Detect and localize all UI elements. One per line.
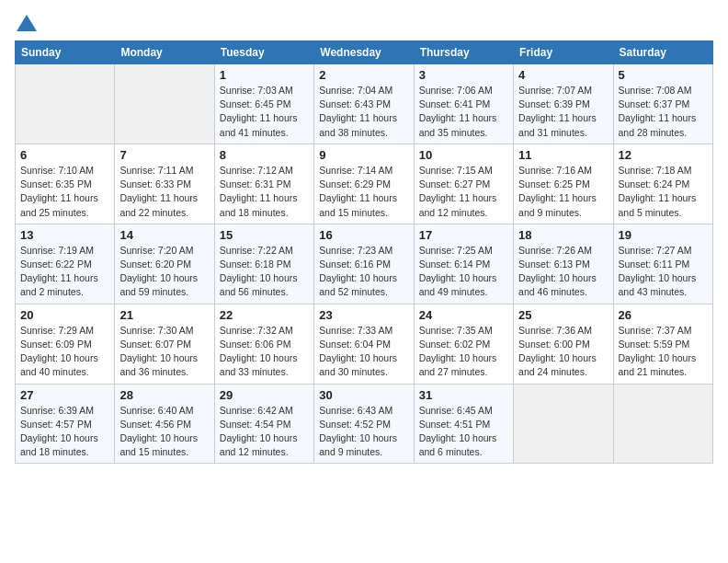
weekday-header: Monday [115,41,214,64]
day-info: Sunrise: 7:12 AM Sunset: 6:31 PM Dayligh… [220,164,309,220]
day-info: Sunrise: 7:03 AM Sunset: 6:45 PM Dayligh… [220,84,309,140]
day-number: 5 [619,68,708,82]
calendar-day-cell: 6Sunrise: 7:10 AM Sunset: 6:35 PM Daylig… [16,144,115,224]
calendar-day-cell [613,384,712,464]
calendar-day-cell: 3Sunrise: 7:06 AM Sunset: 6:41 PM Daylig… [414,64,513,144]
day-number: 1 [220,68,309,82]
day-info: Sunrise: 7:04 AM Sunset: 6:43 PM Dayligh… [319,84,408,140]
calendar-day-cell: 16Sunrise: 7:23 AM Sunset: 6:16 PM Dayli… [314,224,414,304]
day-info: Sunrise: 6:43 AM Sunset: 4:52 PM Dayligh… [319,404,408,460]
calendar-day-cell [16,64,115,144]
day-info: Sunrise: 7:19 AM Sunset: 6:22 PM Dayligh… [20,244,109,300]
calendar-day-cell: 12Sunrise: 7:18 AM Sunset: 6:24 PM Dayli… [613,144,712,224]
day-info: Sunrise: 7:37 AM Sunset: 5:59 PM Dayligh… [619,324,708,380]
day-info: Sunrise: 7:30 AM Sunset: 6:07 PM Dayligh… [119,324,209,380]
day-info: Sunrise: 7:14 AM Sunset: 6:29 PM Dayligh… [319,164,408,220]
day-number: 24 [419,308,508,322]
weekday-header: Sunday [16,41,115,64]
calendar-day-cell: 9Sunrise: 7:14 AM Sunset: 6:29 PM Daylig… [314,144,414,224]
day-info: Sunrise: 7:32 AM Sunset: 6:06 PM Dayligh… [220,324,309,380]
calendar-day-cell: 5Sunrise: 7:08 AM Sunset: 6:37 PM Daylig… [613,64,712,144]
day-number: 15 [220,228,309,242]
calendar-day-cell: 17Sunrise: 7:25 AM Sunset: 6:14 PM Dayli… [414,224,513,304]
day-number: 13 [20,228,109,242]
day-info: Sunrise: 6:45 AM Sunset: 4:51 PM Dayligh… [419,404,508,460]
day-number: 30 [319,388,408,402]
day-number: 17 [419,228,508,242]
calendar-day-cell: 11Sunrise: 7:16 AM Sunset: 6:25 PM Dayli… [514,144,613,224]
day-number: 18 [518,228,608,242]
page-header [15,15,713,31]
day-info: Sunrise: 7:26 AM Sunset: 6:13 PM Dayligh… [518,244,608,300]
day-number: 25 [518,308,608,322]
weekday-header: Saturday [613,41,712,64]
calendar-day-cell: 28Sunrise: 6:40 AM Sunset: 4:56 PM Dayli… [115,384,214,464]
day-info: Sunrise: 7:25 AM Sunset: 6:14 PM Dayligh… [419,244,508,300]
calendar-day-cell: 2Sunrise: 7:04 AM Sunset: 6:43 PM Daylig… [314,64,414,144]
calendar-day-cell: 13Sunrise: 7:19 AM Sunset: 6:22 PM Dayli… [16,224,115,304]
calendar-day-cell: 4Sunrise: 7:07 AM Sunset: 6:39 PM Daylig… [514,64,613,144]
calendar-day-cell: 20Sunrise: 7:29 AM Sunset: 6:09 PM Dayli… [16,304,115,384]
calendar-day-cell: 29Sunrise: 6:42 AM Sunset: 4:54 PM Dayli… [214,384,313,464]
calendar-day-cell: 24Sunrise: 7:35 AM Sunset: 6:02 PM Dayli… [414,304,513,384]
logo-triangle-icon [17,15,37,31]
day-number: 20 [20,308,109,322]
day-info: Sunrise: 7:06 AM Sunset: 6:41 PM Dayligh… [419,84,508,140]
calendar-day-cell: 30Sunrise: 6:43 AM Sunset: 4:52 PM Dayli… [314,384,414,464]
day-info: Sunrise: 7:10 AM Sunset: 6:35 PM Dayligh… [20,164,109,220]
day-info: Sunrise: 7:20 AM Sunset: 6:20 PM Dayligh… [119,244,209,300]
weekday-header: Thursday [414,41,513,64]
day-info: Sunrise: 7:11 AM Sunset: 6:33 PM Dayligh… [119,164,209,220]
calendar-day-cell: 26Sunrise: 7:37 AM Sunset: 5:59 PM Dayli… [613,304,712,384]
calendar-header-row: SundayMondayTuesdayWednesdayThursdayFrid… [16,41,713,64]
day-info: Sunrise: 7:23 AM Sunset: 6:16 PM Dayligh… [319,244,408,300]
day-number: 27 [20,388,109,402]
day-info: Sunrise: 7:16 AM Sunset: 6:25 PM Dayligh… [518,164,608,220]
day-number: 16 [319,228,408,242]
day-info: Sunrise: 7:18 AM Sunset: 6:24 PM Dayligh… [619,164,708,220]
day-info: Sunrise: 6:40 AM Sunset: 4:56 PM Dayligh… [119,404,209,460]
day-number: 9 [319,148,408,162]
calendar-day-cell: 1Sunrise: 7:03 AM Sunset: 6:45 PM Daylig… [214,64,313,144]
day-info: Sunrise: 7:08 AM Sunset: 6:37 PM Dayligh… [619,84,708,140]
day-info: Sunrise: 7:15 AM Sunset: 6:27 PM Dayligh… [419,164,508,220]
calendar-body: 1Sunrise: 7:03 AM Sunset: 6:45 PM Daylig… [16,64,713,464]
day-number: 26 [619,308,708,322]
day-number: 22 [220,308,309,322]
day-number: 19 [619,228,708,242]
day-info: Sunrise: 7:35 AM Sunset: 6:02 PM Dayligh… [419,324,508,380]
day-info: Sunrise: 7:36 AM Sunset: 6:00 PM Dayligh… [518,324,608,380]
day-number: 23 [319,308,408,322]
day-number: 8 [220,148,309,162]
day-number: 7 [119,148,209,162]
day-number: 10 [419,148,508,162]
calendar-day-cell: 10Sunrise: 7:15 AM Sunset: 6:27 PM Dayli… [414,144,513,224]
calendar-day-cell: 14Sunrise: 7:20 AM Sunset: 6:20 PM Dayli… [115,224,214,304]
calendar-week-row: 13Sunrise: 7:19 AM Sunset: 6:22 PM Dayli… [16,224,713,304]
calendar-week-row: 27Sunrise: 6:39 AM Sunset: 4:57 PM Dayli… [16,384,713,464]
calendar-day-cell: 15Sunrise: 7:22 AM Sunset: 6:18 PM Dayli… [214,224,313,304]
day-number: 29 [220,388,309,402]
day-number: 3 [419,68,508,82]
day-number: 11 [518,148,608,162]
svg-marker-0 [17,15,37,31]
calendar-day-cell: 22Sunrise: 7:32 AM Sunset: 6:06 PM Dayli… [214,304,313,384]
calendar-day-cell: 18Sunrise: 7:26 AM Sunset: 6:13 PM Dayli… [514,224,613,304]
day-info: Sunrise: 7:33 AM Sunset: 6:04 PM Dayligh… [319,324,408,380]
calendar-week-row: 1Sunrise: 7:03 AM Sunset: 6:45 PM Daylig… [16,64,713,144]
calendar-day-cell: 23Sunrise: 7:33 AM Sunset: 6:04 PM Dayli… [314,304,414,384]
logo [15,15,37,31]
weekday-header: Wednesday [314,41,414,64]
calendar-day-cell [115,64,214,144]
day-info: Sunrise: 7:22 AM Sunset: 6:18 PM Dayligh… [220,244,309,300]
day-info: Sunrise: 7:07 AM Sunset: 6:39 PM Dayligh… [518,84,608,140]
calendar-day-cell: 19Sunrise: 7:27 AM Sunset: 6:11 PM Dayli… [613,224,712,304]
day-info: Sunrise: 7:27 AM Sunset: 6:11 PM Dayligh… [619,244,708,300]
calendar-day-cell: 27Sunrise: 6:39 AM Sunset: 4:57 PM Dayli… [16,384,115,464]
day-number: 14 [119,228,209,242]
calendar-day-cell: 25Sunrise: 7:36 AM Sunset: 6:00 PM Dayli… [514,304,613,384]
calendar-day-cell [514,384,613,464]
calendar-day-cell: 7Sunrise: 7:11 AM Sunset: 6:33 PM Daylig… [115,144,214,224]
calendar-table: SundayMondayTuesdayWednesdayThursdayFrid… [15,40,713,464]
day-info: Sunrise: 6:42 AM Sunset: 4:54 PM Dayligh… [220,404,309,460]
